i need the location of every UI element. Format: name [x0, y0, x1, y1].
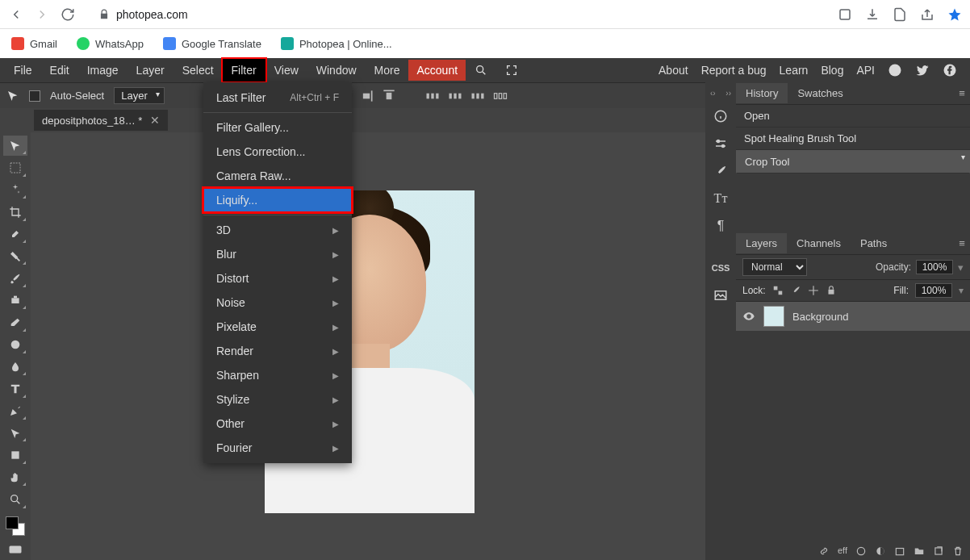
install-icon[interactable]: [838, 7, 852, 22]
filter-pixelate[interactable]: Pixelate▶: [203, 315, 352, 339]
path-select-tool[interactable]: [3, 423, 27, 443]
tab-paths[interactable]: Paths: [851, 233, 897, 253]
link-about[interactable]: About: [659, 64, 688, 77]
distribute-3-icon[interactable]: [470, 88, 486, 104]
reddit-icon[interactable]: [888, 63, 902, 77]
align-top-icon[interactable]: [381, 88, 397, 104]
delete-layer-icon[interactable]: [952, 545, 964, 557]
info-panel-icon[interactable]: [712, 107, 730, 125]
menu-image[interactable]: Image: [78, 59, 128, 81]
link-blog[interactable]: Blog: [821, 64, 843, 77]
tab-layers[interactable]: Layers: [736, 233, 787, 253]
tab-history[interactable]: History: [736, 83, 788, 103]
filter-blur[interactable]: Blur▶: [203, 242, 352, 266]
hand-tool[interactable]: [3, 467, 27, 487]
layer-fx-icon[interactable]: eff: [838, 545, 847, 557]
paragraph-panel-icon[interactable]: ¶: [712, 217, 730, 235]
marquee-tool[interactable]: [3, 157, 27, 178]
bookmark-photopea[interactable]: Photopea | Online...: [281, 37, 392, 50]
layer-select-dropdown[interactable]: Layer: [114, 87, 165, 104]
menu-select[interactable]: Select: [174, 59, 223, 81]
adjustment-layer-icon[interactable]: [875, 545, 886, 557]
brush-tool[interactable]: [3, 268, 27, 288]
link-report-bug[interactable]: Report a bug: [701, 64, 767, 77]
gradient-tool[interactable]: [3, 335, 27, 355]
history-item[interactable]: Open: [736, 105, 970, 127]
quick-mask-icon[interactable]: [3, 540, 27, 560]
fill-value[interactable]: 100%: [915, 283, 952, 298]
tab-channels[interactable]: Channels: [787, 233, 851, 253]
menu-layer[interactable]: Layer: [128, 59, 174, 81]
distribute-2-icon[interactable]: [447, 88, 463, 104]
clone-tool[interactable]: [3, 290, 27, 311]
filter-last-filter[interactable]: Last FilterAlt+Ctrl + F: [203, 86, 352, 110]
download-icon[interactable]: [865, 7, 880, 22]
brush-panel-icon[interactable]: [712, 162, 730, 180]
lock-paint-icon[interactable]: [790, 285, 801, 296]
menu-filter[interactable]: Filter: [223, 59, 265, 81]
image-panel-icon[interactable]: [712, 286, 730, 304]
nav-reload-button[interactable]: [60, 6, 76, 23]
filter-stylize[interactable]: Stylize▶: [203, 387, 352, 412]
auto-select-checkbox[interactable]: [29, 90, 40, 102]
menu-window[interactable]: Window: [307, 59, 366, 81]
new-folder-icon[interactable]: [914, 545, 925, 557]
lock-transparent-icon[interactable]: [772, 285, 784, 296]
align-right-icon[interactable]: [358, 88, 374, 104]
menu-view[interactable]: View: [265, 59, 307, 81]
filter-liquify[interactable]: Liquify...: [203, 188, 352, 212]
new-group-icon[interactable]: [894, 545, 905, 557]
adjust-panel-icon[interactable]: [712, 135, 730, 153]
share-icon[interactable]: [920, 7, 934, 22]
lock-move-icon[interactable]: [808, 285, 819, 296]
bookmark-star-icon[interactable]: [947, 7, 962, 22]
menu-account[interactable]: Account: [408, 60, 466, 81]
menu-more[interactable]: More: [366, 59, 409, 81]
layer-row[interactable]: Background: [736, 302, 970, 331]
distribute-1-icon[interactable]: [424, 88, 441, 104]
filter-gallery[interactable]: Filter Gallery...: [203, 115, 352, 140]
menu-file[interactable]: File: [5, 59, 41, 81]
filter-sharpen[interactable]: Sharpen▶: [203, 363, 352, 387]
blend-mode-select[interactable]: Normal: [742, 258, 807, 276]
panel-menu-icon[interactable]: ≡: [954, 87, 970, 99]
link-api[interactable]: API: [856, 64, 875, 77]
css-panel-icon[interactable]: CSS: [712, 259, 730, 277]
layer-mask-icon[interactable]: [855, 545, 867, 557]
nav-back-button[interactable]: [8, 6, 24, 23]
blur-tool[interactable]: [3, 357, 27, 377]
twitter-icon[interactable]: [915, 63, 930, 77]
filter-camera-raw[interactable]: Camera Raw...: [203, 164, 352, 188]
move-tool[interactable]: [3, 136, 27, 156]
menu-fullscreen-icon[interactable]: [496, 59, 527, 81]
link-layers-icon[interactable]: [818, 545, 830, 557]
opacity-chevron-icon[interactable]: ▾: [958, 261, 964, 274]
filter-lens-correction[interactable]: Lens Correction...: [203, 140, 352, 164]
history-item[interactable]: Spot Healing Brush Tool: [736, 127, 970, 150]
layer-visibility-icon[interactable]: [742, 310, 755, 323]
eyedropper-tool[interactable]: [3, 224, 27, 244]
bookmark-translate[interactable]: Google Translate: [163, 37, 261, 50]
pen-tool[interactable]: [3, 401, 27, 421]
eraser-tool[interactable]: [3, 312, 27, 332]
document-icon[interactable]: [893, 7, 907, 22]
panel-menu-icon[interactable]: ≡: [954, 237, 970, 249]
lock-all-icon[interactable]: [826, 285, 837, 296]
bookmark-whatsapp[interactable]: WhatsApp: [77, 37, 144, 50]
color-swatches[interactable]: [3, 515, 27, 538]
distribute-4-icon[interactable]: [492, 88, 508, 104]
type-tool[interactable]: [3, 378, 27, 399]
filter-3d[interactable]: 3D▶: [203, 218, 352, 242]
bookmark-gmail[interactable]: Gmail: [11, 37, 57, 50]
crop-tool[interactable]: [3, 202, 27, 222]
menu-search-icon[interactable]: [466, 59, 496, 81]
type-panel-icon[interactable]: Tт: [712, 190, 730, 207]
canvas-area[interactable]: [31, 132, 705, 560]
magic-wand-tool[interactable]: [3, 180, 27, 200]
shape-tool[interactable]: [3, 445, 27, 465]
opacity-value[interactable]: 100%: [916, 260, 953, 274]
filter-noise[interactable]: Noise▶: [203, 290, 352, 315]
filter-distort[interactable]: Distort▶: [203, 266, 352, 290]
filter-fourier[interactable]: Fourier▶: [203, 436, 352, 460]
close-tab-icon[interactable]: ✕: [150, 114, 160, 127]
